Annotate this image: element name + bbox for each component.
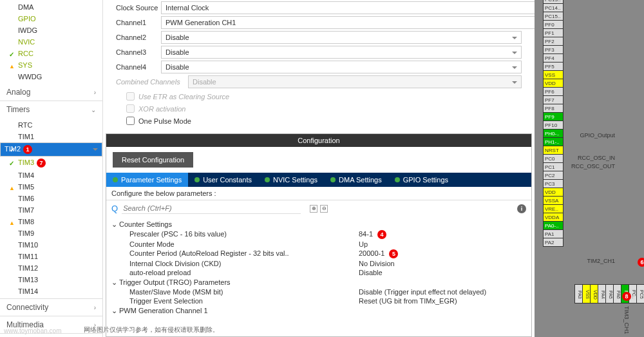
pin-PF8[interactable]: PF8 bbox=[543, 104, 564, 113]
pin-PC1[interactable]: PC1 bbox=[543, 162, 564, 171]
group-connectivity[interactable]: Connectivity› bbox=[0, 299, 102, 316]
tree-item-rcc[interactable]: RCC bbox=[0, 48, 102, 59]
tree-item-wwdg[interactable]: WWDG bbox=[0, 71, 102, 82]
ckd-label: Internal Clock Division (CKD) bbox=[129, 260, 359, 267]
tree-item-tim14[interactable]: TIM14 bbox=[0, 285, 102, 297]
pin-PF4[interactable]: PF4 bbox=[543, 53, 564, 63]
tree-item-gpio[interactable]: GPIO bbox=[0, 13, 102, 24]
clock-source-select[interactable]: Internal Clock bbox=[161, 1, 535, 14]
badge-4: 4 bbox=[377, 230, 386, 239]
tree-item-rtc[interactable]: RTC bbox=[0, 119, 102, 131]
pin-PC5[interactable]: PC5 bbox=[636, 284, 644, 303]
tab-dma-settings[interactable]: DMA Settings bbox=[324, 173, 388, 187]
pin-PF10[interactable]: PF10 bbox=[543, 120, 564, 130]
badge-1: 1 bbox=[23, 145, 32, 154]
pin-VRE[interactable]: VRE.. bbox=[543, 204, 564, 213]
tree-item-iwdg[interactable]: IWDG bbox=[0, 24, 102, 36]
tree-item-tim12[interactable]: TIM12 bbox=[0, 262, 102, 274]
tree-item-tim1[interactable]: TIM1 bbox=[0, 131, 102, 142]
pin-PF1[interactable]: PF1 bbox=[543, 28, 564, 37]
combined-select: Disable bbox=[188, 75, 522, 88]
pin-PF9[interactable]: PF9 bbox=[543, 112, 564, 121]
tab-gpio-settings[interactable]: GPIO Settings bbox=[388, 173, 455, 187]
pin-PF2[interactable]: PF2 bbox=[543, 37, 564, 46]
tree-item-tim11[interactable]: TIM11 bbox=[0, 251, 102, 262]
combined-label: Combined Channels bbox=[116, 78, 188, 86]
channel4-select[interactable]: Disable bbox=[161, 61, 522, 73]
status-dot-icon bbox=[265, 177, 270, 182]
pin-PC0[interactable]: PC0 bbox=[543, 154, 564, 163]
counter-period-value[interactable]: 20000-1 5 bbox=[359, 249, 526, 258]
pinout-view[interactable]: GPIO_Output RCC_OSC_IN RCC_OSC_OUT TIM2_… bbox=[535, 0, 644, 337]
pin-PC2[interactable]: PC2 bbox=[543, 171, 564, 180]
tree-item-dma[interactable]: DMA bbox=[0, 1, 102, 13]
badge-8: 8 bbox=[622, 292, 631, 301]
pin-PF0[interactable]: PF0 bbox=[543, 20, 564, 29]
pwm-gen-header[interactable]: PWM Generation Channel 1 bbox=[111, 305, 526, 316]
check-icon bbox=[9, 159, 15, 166]
pin-PF5[interactable]: PF5 bbox=[543, 62, 564, 71]
tree-item-tim6[interactable]: TIM6 bbox=[0, 193, 102, 204]
pin-VSS[interactable]: VSS bbox=[543, 70, 564, 79]
tab-user-constants[interactable]: User Constants bbox=[188, 173, 258, 187]
check-icon bbox=[9, 50, 15, 57]
tab-nvic-settings[interactable]: NVIC Settings bbox=[258, 173, 324, 187]
pin-PH0-[interactable]: PH0-.. bbox=[543, 129, 564, 138]
tree-item-tim7[interactable]: TIM7 bbox=[0, 204, 102, 216]
tree-item-tim9[interactable]: TIM9 bbox=[0, 227, 102, 239]
pin-PC14[interactable]: PC14.. bbox=[543, 3, 564, 12]
counter-settings-header[interactable]: Counter Settings bbox=[111, 219, 526, 229]
pin-VDDA[interactable]: VDDA bbox=[543, 213, 564, 222]
trgo-header[interactable]: Trigger Output (TRGO) Parameters bbox=[111, 277, 526, 287]
channel2-select[interactable]: Disable bbox=[161, 31, 522, 44]
pin-PC3[interactable]: PC3 bbox=[543, 179, 564, 188]
msm-value[interactable]: Disable (Trigger input effect not delaye… bbox=[359, 288, 526, 296]
tree-item-tim3[interactable]: TIM37 bbox=[0, 157, 102, 169]
pin-PF7[interactable]: PF7 bbox=[543, 95, 564, 104]
search-icon[interactable]: Q bbox=[111, 204, 118, 213]
group-analog[interactable]: Analog› bbox=[0, 84, 102, 101]
one-pulse-checkbox[interactable]: One Pulse Mode bbox=[116, 115, 522, 127]
tree-item-sys[interactable]: SYS bbox=[0, 59, 102, 71]
pin-VDD[interactable]: VDD bbox=[543, 79, 564, 88]
tree-item-tim2[interactable]: TIM21 bbox=[0, 142, 102, 157]
preload-label: auto-reload preload bbox=[129, 269, 359, 276]
pin-PA0-[interactable]: PA0-.. bbox=[543, 221, 564, 230]
chevron-right-icon: › bbox=[94, 89, 96, 96]
info-icon[interactable]: i bbox=[517, 204, 526, 213]
channel1-select[interactable]: PWM Generation CH1 bbox=[161, 16, 535, 29]
status-dot-icon bbox=[194, 177, 200, 182]
pin-PH1-[interactable]: PH1-.. bbox=[543, 137, 564, 146]
preload-value[interactable]: Disable bbox=[359, 269, 526, 276]
pin-PA1[interactable]: PA1 bbox=[543, 229, 564, 238]
chevron-down-icon: ⌄ bbox=[91, 106, 96, 113]
prescaler-value[interactable]: 84-1 4 bbox=[359, 230, 526, 239]
tree-item-tim10[interactable]: TIM10 bbox=[0, 239, 102, 251]
pin-PF3[interactable]: PF3 bbox=[543, 45, 564, 54]
pin-PA2[interactable]: PA2 bbox=[543, 238, 564, 247]
reset-config-button[interactable]: Reset Configuration bbox=[113, 152, 193, 168]
tree-item-tim8[interactable]: TIM8 bbox=[0, 216, 102, 227]
chevron-right-icon: › bbox=[94, 304, 96, 311]
evt-value[interactable]: Reset (UG bit from TIMx_EGR) bbox=[359, 297, 526, 305]
tree-item-tim4[interactable]: TIM4 bbox=[0, 169, 102, 181]
tool-icon[interactable]: ⊕ bbox=[310, 205, 317, 213]
ckd-value[interactable]: No Division bbox=[359, 260, 526, 267]
channel3-select[interactable]: Disable bbox=[161, 46, 522, 59]
counter-mode-value[interactable]: Up bbox=[359, 240, 526, 248]
tab-parameter-settings[interactable]: Parameter Settings bbox=[106, 173, 188, 187]
tree-item-nvic[interactable]: NVIC bbox=[0, 36, 102, 48]
pin-VSSA[interactable]: VSSA bbox=[543, 196, 564, 205]
badge-5: 5 bbox=[389, 249, 398, 258]
channel4-label: Channel4 bbox=[116, 63, 161, 71]
group-timers[interactable]: Timers⌄ bbox=[0, 101, 102, 118]
pin-VDD[interactable]: VDD bbox=[543, 188, 564, 197]
pin-PC15[interactable]: PC15.. bbox=[543, 12, 564, 21]
search-input[interactable] bbox=[122, 203, 301, 214]
tree-item-tim5[interactable]: TIM5 bbox=[0, 181, 102, 193]
tree-item-tim13[interactable]: TIM13 bbox=[0, 274, 102, 285]
tool-icon[interactable]: ⊖ bbox=[320, 205, 328, 213]
pin-PF6[interactable]: PF6 bbox=[543, 87, 564, 96]
pin-NRST[interactable]: NRST bbox=[543, 146, 564, 155]
channel1-label: Channel1 bbox=[116, 19, 161, 26]
